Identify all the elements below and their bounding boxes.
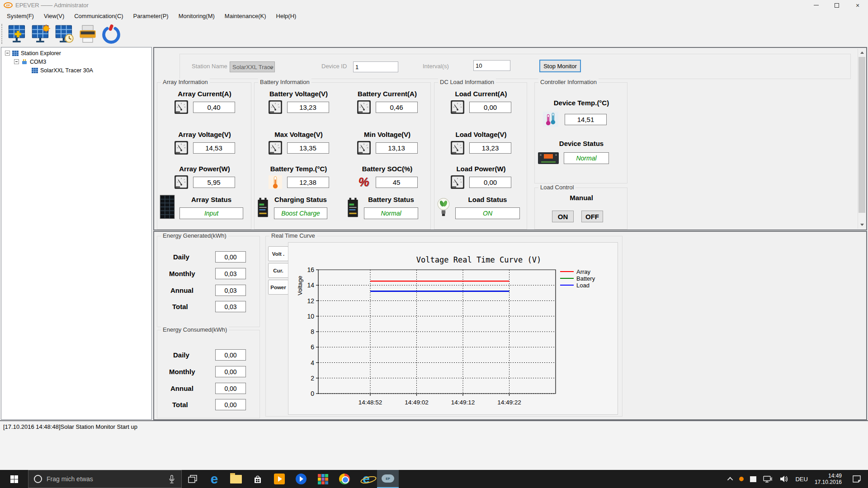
menu-item-monitoring[interactable]: Monitoring(M) — [174, 11, 220, 21]
epever-taskbar-icon: EP — [382, 474, 394, 483]
device-id-input[interactable] — [353, 61, 398, 72]
scrollbar-thumb[interactable] — [859, 57, 865, 213]
taskbar-store[interactable] — [247, 470, 269, 488]
tray-volume[interactable] — [776, 470, 792, 488]
stop-monitor-button[interactable]: Stop Monitor — [539, 60, 581, 72]
charging-status-label: Charging Status — [274, 196, 327, 203]
daily-label: Daily — [173, 351, 189, 359]
menu-item-view[interactable]: View(V) — [39, 11, 69, 21]
charging-status-value: Boost Charge — [274, 207, 327, 219]
collapse-icon[interactable] — [5, 51, 10, 56]
tree-item-label: Station Explorer — [21, 50, 61, 56]
action-center-icon — [852, 474, 862, 483]
total-generated-value: 0,03 — [215, 301, 246, 312]
tree-item-com3[interactable]: COM3 — [1, 57, 151, 66]
language-indicator[interactable]: DEU — [792, 470, 811, 488]
menu-item-help[interactable]: Help(H) — [271, 11, 302, 21]
taskbar-chrome[interactable] — [334, 470, 355, 488]
printer-icon — [78, 24, 98, 44]
energy-generated-title: Energy Generated(kWh) — [161, 232, 228, 239]
load-on-button[interactable]: ON — [552, 211, 574, 222]
total-label: Total — [172, 401, 188, 408]
close-button[interactable]: × — [847, 0, 868, 10]
taskbar-file-explorer[interactable] — [225, 470, 247, 488]
add-station-button[interactable] — [5, 23, 29, 45]
load-off-button[interactable]: OFF — [581, 211, 603, 222]
load-voltage-label: Load Voltage(V) — [434, 131, 528, 138]
menu-item-parameter[interactable]: Parameter(P) — [128, 11, 174, 21]
tray-app[interactable] — [747, 470, 760, 488]
dc-load-information-title: DC Load Information — [438, 79, 496, 85]
menu-item-system[interactable]: System(F) — [2, 11, 39, 21]
taskbar-video-player[interactable] — [290, 470, 312, 488]
battery-voltage-label: Battery Voltage(V) — [255, 90, 343, 98]
arrow-up-icon — [860, 52, 864, 54]
epever-logo-icon: EP — [4, 2, 13, 8]
task-view-icon — [187, 474, 198, 484]
battery-soc-label: Battery SOC(%) — [343, 165, 431, 173]
taskbar-epever-active[interactable]: EP — [377, 470, 399, 488]
action-center-button[interactable] — [845, 470, 868, 488]
taskbar-clock[interactable]: 14:49 17.10.2016 — [811, 473, 845, 485]
annual-consumed-value: 0,00 — [215, 383, 246, 394]
menu-item-communication[interactable]: Communication(C) — [69, 11, 128, 21]
device-status-label: Device Status — [535, 140, 628, 147]
log-entry: [17.10.2016 14:48:48]Solar Station Monit… — [3, 423, 137, 430]
load-status-label: Load Status — [468, 196, 507, 203]
print-button[interactable] — [76, 23, 99, 45]
controller-information-groupbox: Controller Information Device Temp.(°C) … — [534, 82, 627, 183]
task-view-button[interactable] — [182, 470, 203, 488]
tree-item-device[interactable]: SolarXXL Tracer 30A — [1, 66, 151, 75]
battery-status-label: Battery Status — [368, 196, 414, 203]
tab-volt[interactable]: Volt . — [268, 246, 288, 261]
titlebar: EP EPEVER —— Administrator × — [0, 0, 868, 10]
taskbar-internet-explorer[interactable]: e — [355, 470, 377, 488]
edge-icon: e — [211, 472, 218, 486]
taskbar-media-player[interactable] — [269, 470, 290, 488]
tree-item-station-explorer[interactable]: Station Explorer — [1, 49, 151, 57]
collapse-icon[interactable] — [14, 59, 19, 64]
svg-text:0: 0 — [311, 390, 314, 397]
schedule-station-button[interactable] — [52, 23, 76, 45]
tray-network[interactable] — [760, 470, 776, 488]
taskbar: Frag mich etwas e — [0, 470, 868, 488]
tray-antivirus[interactable] — [736, 470, 747, 488]
window-title: EPEVER —— Administrator — [15, 2, 89, 9]
svg-text:Load: Load — [576, 282, 590, 289]
solar-panel-add-icon — [7, 24, 27, 44]
monitor-station-button[interactable] — [29, 23, 52, 45]
scroll-down-button[interactable] — [858, 221, 866, 229]
vertical-scrollbar[interactable] — [858, 49, 865, 229]
battery-soc-value: 45 — [376, 177, 418, 188]
tray-expand-button[interactable] — [726, 470, 736, 488]
taskbar-edge[interactable]: e — [203, 470, 225, 488]
tab-power[interactable]: Power — [268, 280, 288, 295]
device-status-value: Normal — [564, 152, 609, 164]
folder-icon — [230, 475, 242, 483]
taskbar-app-grid[interactable] — [312, 470, 334, 488]
start-button[interactable] — [0, 470, 28, 488]
taskbar-search[interactable]: Frag mich etwas — [28, 470, 182, 488]
energy-curve-panel: Energy Generated(kWh) Daily 0,00 Monthly… — [153, 231, 867, 420]
load-current-label: Load Current(A) — [434, 90, 528, 98]
maximize-button[interactable] — [826, 0, 847, 10]
com-port-icon — [21, 59, 28, 65]
svg-text:14:48:52: 14:48:52 — [359, 399, 382, 406]
controller-device-icon — [538, 151, 559, 165]
station-name-label: Station Name — [192, 63, 227, 70]
exit-button[interactable] — [99, 23, 123, 45]
solar-panel-sun-icon — [31, 24, 51, 44]
total-label: Total — [172, 303, 188, 310]
max-voltage-label: Max Voltage(V) — [255, 131, 343, 138]
gauge-icon — [175, 100, 188, 114]
scroll-up-button[interactable] — [858, 49, 866, 56]
station-name-value: SolarXXL Trace — [232, 64, 274, 70]
battery-current-label: Battery Current(A) — [343, 90, 431, 98]
minimize-button[interactable] — [806, 0, 826, 10]
battery-icon — [255, 197, 270, 218]
interval-input[interactable] — [473, 60, 510, 71]
interval-label: Interval(s) — [423, 63, 449, 70]
gauge-icon — [357, 100, 371, 114]
tab-current[interactable]: Cur. — [268, 263, 288, 278]
menu-item-maintenance[interactable]: Maintenance(K) — [220, 11, 271, 21]
